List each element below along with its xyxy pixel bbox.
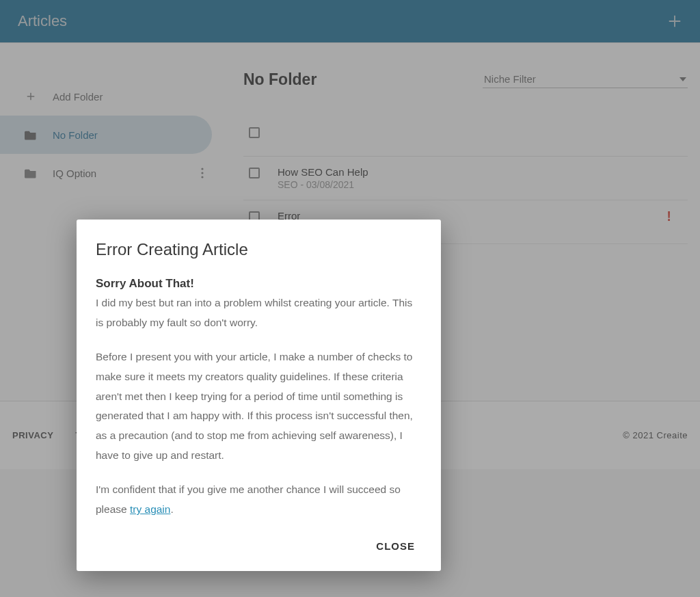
- dialog-title: Error Creating Article: [96, 240, 422, 259]
- dialog-period: .: [170, 503, 173, 515]
- dialog-para-1: I did my best but ran into a problem whi…: [96, 293, 422, 332]
- dialog-actions: CLOSE: [96, 535, 422, 557]
- try-again-link[interactable]: try again: [130, 503, 170, 515]
- close-button[interactable]: CLOSE: [369, 535, 422, 557]
- error-dialog: Error Creating Article Sorry About That!…: [77, 220, 441, 571]
- dialog-para-2: Before I present you with your article, …: [96, 347, 422, 465]
- dialog-para-3: I'm confident that if you give me anothe…: [96, 480, 422, 519]
- dialog-subtitle: Sorry About That!: [96, 277, 422, 291]
